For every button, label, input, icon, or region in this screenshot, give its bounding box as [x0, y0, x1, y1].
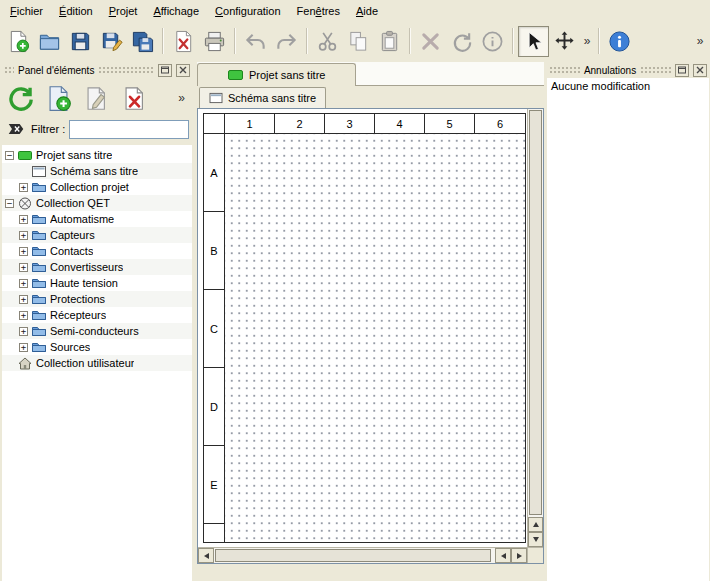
expand-icon[interactable]: +: [19, 327, 28, 336]
vertical-scrollbar-thumb[interactable]: [529, 110, 542, 515]
toolbar-separator: [409, 28, 411, 54]
application-window: FichierÉditionProjetAffichageConfigurati…: [0, 0, 710, 581]
cut-button[interactable]: [312, 26, 343, 57]
expand-icon[interactable]: +: [19, 215, 28, 224]
expand-icon[interactable]: +: [19, 263, 28, 272]
expand-icon[interactable]: +: [19, 247, 28, 256]
tree-item-protections[interactable]: +Protections: [2, 291, 192, 307]
help-toolbar-extension-button[interactable]: »: [693, 26, 707, 57]
tree-item-label: Sources: [50, 341, 90, 353]
qet-icon: [18, 197, 32, 210]
redo-icon: [275, 30, 298, 53]
menu-affichage[interactable]: Affichage: [145, 1, 207, 21]
column-header-5: 5: [425, 114, 475, 134]
tree-item-projet-sans-titre[interactable]: −Projet sans titre: [2, 147, 192, 163]
copy-icon: [347, 30, 370, 53]
collapse-icon[interactable]: −: [5, 151, 14, 160]
copy-button[interactable]: [343, 26, 374, 57]
undo-dock-titlebar[interactable]: Annulations: [547, 62, 709, 78]
expand-icon[interactable]: +: [19, 343, 28, 352]
expand-icon[interactable]: +: [19, 311, 28, 320]
filter-input[interactable]: [69, 120, 189, 139]
save-all-button[interactable]: [127, 26, 158, 57]
move-tool-button[interactable]: [549, 26, 580, 57]
delete-element-button[interactable]: [118, 82, 151, 115]
project-area: Projet sans titre Schéma sans titre: [194, 60, 546, 581]
folder-icon: [32, 293, 46, 306]
menu-edition[interactable]: Édition: [51, 1, 101, 21]
menu-projet[interactable]: Projet: [101, 1, 146, 21]
tree-item-collection-qet[interactable]: −Collection QET: [2, 195, 192, 211]
close-icon: [695, 65, 705, 75]
save-button[interactable]: [65, 26, 96, 57]
tree-item-automatisme[interactable]: +Automatisme: [2, 211, 192, 227]
info-icon: [481, 30, 504, 53]
rotate-button[interactable]: [446, 26, 477, 57]
tree-item-convertisseurs[interactable]: +Convertisseurs: [2, 259, 192, 275]
tree-item-contacts[interactable]: +Contacts: [2, 243, 192, 259]
elements-panel-titlebar[interactable]: Panel d'éléments: [2, 62, 192, 78]
tab-schema[interactable]: Schéma sans titre: [199, 87, 326, 108]
info-button[interactable]: [477, 26, 508, 57]
panel-toolbar-overflow[interactable]: »: [178, 91, 190, 105]
select-arrow-icon: [522, 30, 545, 53]
dock-grip[interactable]: [4, 66, 14, 74]
scroll-right-button[interactable]: [511, 548, 527, 563]
edit-element-button[interactable]: [80, 82, 113, 115]
tree-item-semi-conducteurs[interactable]: +Semi-conducteurs: [2, 323, 192, 339]
about-button[interactable]: [604, 26, 635, 57]
undo-button[interactable]: [240, 26, 271, 57]
tree-item-collection-projet[interactable]: +Collection projet: [2, 179, 192, 195]
collapse-icon[interactable]: −: [5, 199, 14, 208]
horizontal-scrollbar[interactable]: [198, 547, 527, 563]
dock-grip[interactable]: [98, 66, 154, 74]
menu-configuration[interactable]: Configuration: [207, 1, 288, 21]
tab-project[interactable]: Projet sans titre: [197, 63, 356, 86]
undo-list: Aucune modification: [547, 78, 709, 581]
schema-view[interactable]: 123456 ABCDE: [198, 109, 527, 547]
delete-button[interactable]: [415, 26, 446, 57]
toolbar-extension-button[interactable]: »: [580, 26, 594, 57]
scroll-left-button[interactable]: [198, 548, 214, 563]
menu-fichier[interactable]: Fichier: [2, 1, 51, 21]
diagram-grid[interactable]: [225, 134, 525, 542]
close-project-button[interactable]: [168, 26, 199, 57]
tree-item-schema-sans-titre[interactable]: Schéma sans titre: [2, 163, 192, 179]
tree-item-label: Automatisme: [50, 213, 114, 225]
expand-icon[interactable]: +: [19, 279, 28, 288]
open-project-button[interactable]: [34, 26, 65, 57]
new-project-button[interactable]: [3, 26, 34, 57]
menu-aide[interactable]: Aide: [348, 1, 386, 21]
dock-close-button[interactable]: [176, 64, 190, 77]
project-icon: [228, 70, 243, 80]
undo-dock: Annulations Aucune modification: [546, 60, 710, 581]
expand-icon[interactable]: +: [19, 295, 28, 304]
tree-item-collection-utilisateur[interactable]: Collection utilisateur: [2, 355, 192, 371]
scroll-up-button[interactable]: [528, 517, 543, 532]
scroll-down-button[interactable]: [528, 532, 543, 547]
menu-fenetres[interactable]: Fenêtres: [289, 1, 348, 21]
dock-float-button[interactable]: [675, 64, 689, 77]
paste-button[interactable]: [374, 26, 405, 57]
tree-item-recepteurs[interactable]: +Récepteurs: [2, 307, 192, 323]
horizontal-scrollbar-thumb[interactable]: [215, 549, 491, 562]
reload-collections-button[interactable]: [4, 82, 37, 115]
expand-icon[interactable]: +: [19, 183, 28, 192]
vertical-scrollbar[interactable]: [527, 109, 543, 547]
toolbar-separator: [598, 28, 600, 54]
redo-button[interactable]: [271, 26, 302, 57]
dock-close-button[interactable]: [693, 64, 707, 77]
select-tool-button[interactable]: [518, 26, 549, 57]
dock-float-button[interactable]: [158, 64, 172, 77]
save-as-button[interactable]: [96, 26, 127, 57]
dock-grip[interactable]: [549, 66, 580, 74]
tree-item-haute-tension[interactable]: +Haute tension: [2, 275, 192, 291]
scroll-left-button-2[interactable]: [495, 548, 511, 563]
expand-icon[interactable]: +: [19, 231, 28, 240]
tree-item-sources[interactable]: +Sources: [2, 339, 192, 355]
new-element-button[interactable]: [42, 82, 75, 115]
print-button[interactable]: [199, 26, 230, 57]
tree-item-capteurs[interactable]: +Capteurs: [2, 227, 192, 243]
clear-filter-button[interactable]: [5, 120, 27, 139]
dock-grip[interactable]: [640, 66, 671, 74]
